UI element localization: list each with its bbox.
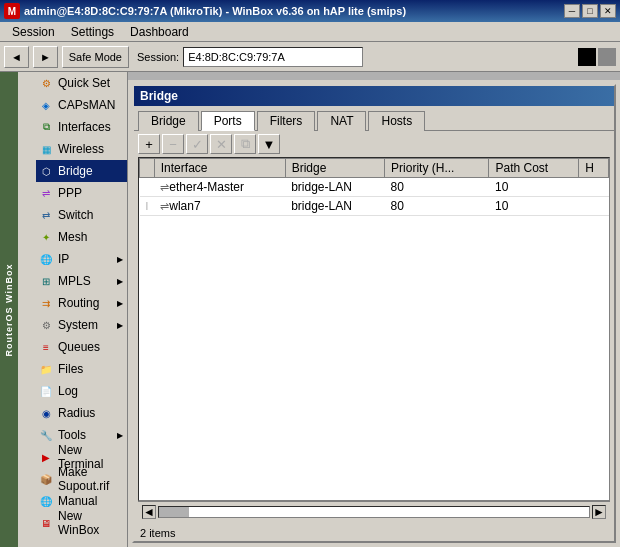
scrollbar-thumb xyxy=(159,507,189,517)
menu-dashboard[interactable]: Dashboard xyxy=(122,23,197,41)
safe-mode-button[interactable]: Safe Mode xyxy=(62,46,129,68)
sidebar-item-queues[interactable]: ≡ Queues xyxy=(36,336,127,358)
sidebar-item-log[interactable]: 📄 Log xyxy=(36,380,127,402)
sidebar-label-system: System xyxy=(58,318,98,332)
disable-button[interactable]: ✕ xyxy=(210,134,232,154)
enable-button[interactable]: ✓ xyxy=(186,134,208,154)
menu-session[interactable]: Session xyxy=(4,23,63,41)
interface-icon: ⇌ xyxy=(160,200,169,213)
sidebar-label-files: Files xyxy=(58,362,83,376)
supout-icon: 📦 xyxy=(38,471,54,487)
sidebar-label-make-supout: Make Supout.rif xyxy=(58,465,123,493)
sidebar-brand-label: RouterOS WinBox xyxy=(4,263,14,356)
menu-bar: Session Settings Dashboard xyxy=(0,22,620,42)
sidebar-label-ppp: PPP xyxy=(58,186,82,200)
tab-nat[interactable]: NAT xyxy=(317,111,366,131)
lock-icon xyxy=(598,48,616,66)
sidebar-label-log: Log xyxy=(58,384,78,398)
sidebar-item-bridge[interactable]: ⬡ Bridge xyxy=(36,160,127,182)
sidebar-item-mpls[interactable]: ⊞ MPLS ▶ xyxy=(36,270,127,292)
table-row[interactable]: ⇌ ether4-Master bridge-LAN 80 10 xyxy=(140,178,609,197)
sidebar-item-routing[interactable]: ⇉ Routing ▶ xyxy=(36,292,127,314)
sidebar-label-tools: Tools xyxy=(58,428,86,442)
sidebar-label-manual: Manual xyxy=(58,494,97,508)
sidebar-item-make-supout[interactable]: 📦 Make Supout.rif xyxy=(36,468,127,490)
sidebar-item-wireless[interactable]: ▦ Wireless xyxy=(36,138,127,160)
session-input[interactable] xyxy=(183,47,363,67)
toolbar: ◄ ► Safe Mode Session: xyxy=(0,42,620,72)
col-h[interactable]: H xyxy=(579,159,609,178)
col-interface[interactable]: Interface xyxy=(154,159,285,178)
interfaces-icon: ⧉ xyxy=(38,119,54,135)
sidebar-item-capsman[interactable]: ◈ CAPsMAN xyxy=(36,94,127,116)
sidebar-label-new-winbox: New WinBox xyxy=(58,509,123,537)
sidebar-item-new-winbox[interactable]: 🖥 New WinBox xyxy=(36,512,127,534)
row-indicator xyxy=(140,178,155,197)
horizontal-scrollbar[interactable] xyxy=(158,506,590,518)
row-interface: ⇌ wlan7 xyxy=(154,197,285,216)
row-bridge: bridge-LAN xyxy=(285,178,384,197)
sidebar-label-wireless: Wireless xyxy=(58,142,104,156)
maximize-button[interactable]: □ xyxy=(582,4,598,18)
sidebar-item-files[interactable]: 📁 Files xyxy=(36,358,127,380)
bridge-title-bar: Bridge xyxy=(134,86,614,106)
radius-icon: ◉ xyxy=(38,405,54,421)
sidebar-label-quick-set: Quick Set xyxy=(58,76,110,90)
col-priority[interactable]: Priority (H... xyxy=(385,159,489,178)
sidebar: RouterOS WinBox ⚙ Quick Set ◈ CAPsMAN ⧉ … xyxy=(0,72,128,547)
log-icon: 📄 xyxy=(38,383,54,399)
routing-arrow: ▶ xyxy=(117,299,123,308)
col-indicator xyxy=(140,159,155,178)
scroll-right-button[interactable]: ► xyxy=(592,505,606,519)
item-count: 2 items xyxy=(134,525,614,541)
sidebar-label-interfaces: Interfaces xyxy=(58,120,111,134)
window-title: admin@E4:8D:8C:C9:79:7A (MikroTik) - Win… xyxy=(24,5,406,17)
sidebar-item-radius[interactable]: ◉ Radius xyxy=(36,402,127,424)
table-toolbar: + − ✓ ✕ ⧉ ▼ xyxy=(134,130,614,157)
tab-bar: Bridge Ports Filters NAT Hosts xyxy=(134,106,614,130)
back-button[interactable]: ◄ xyxy=(4,46,29,68)
filter-button[interactable]: ▼ xyxy=(258,134,280,154)
tab-bridge[interactable]: Bridge xyxy=(138,111,199,131)
sidebar-item-ip[interactable]: 🌐 IP ▶ xyxy=(36,248,127,270)
row-bridge: bridge-LAN xyxy=(285,197,384,216)
main-layout: RouterOS WinBox ⚙ Quick Set ◈ CAPsMAN ⧉ … xyxy=(0,72,620,547)
row-h xyxy=(579,197,609,216)
menu-settings[interactable]: Settings xyxy=(63,23,122,41)
row-path-cost: 10 xyxy=(489,197,579,216)
add-button[interactable]: + xyxy=(138,134,160,154)
row-priority: 80 xyxy=(385,178,489,197)
tab-hosts[interactable]: Hosts xyxy=(368,111,425,131)
system-arrow: ▶ xyxy=(117,321,123,330)
sidebar-item-interfaces[interactable]: ⧉ Interfaces xyxy=(36,116,127,138)
interface-icon: ⇌ xyxy=(160,181,169,194)
ppp-icon: ⇌ xyxy=(38,185,54,201)
col-path-cost[interactable]: Path Cost xyxy=(489,159,579,178)
forward-button[interactable]: ► xyxy=(33,46,58,68)
tab-ports[interactable]: Ports xyxy=(201,111,255,131)
table-row[interactable]: I ⇌ wlan7 bridge-LAN 80 10 xyxy=(140,197,609,216)
minimize-button[interactable]: ─ xyxy=(564,4,580,18)
sidebar-item-switch[interactable]: ⇄ Switch xyxy=(36,204,127,226)
tab-filters[interactable]: Filters xyxy=(257,111,316,131)
screen-icon xyxy=(578,48,596,66)
scroll-left-button[interactable]: ◄ xyxy=(142,505,156,519)
bridge-title: Bridge xyxy=(140,89,178,103)
col-bridge[interactable]: Bridge xyxy=(285,159,384,178)
copy-button[interactable]: ⧉ xyxy=(234,134,256,154)
bridge-icon: ⬡ xyxy=(38,163,54,179)
close-button[interactable]: ✕ xyxy=(600,4,616,18)
tools-arrow: ▶ xyxy=(117,431,123,440)
queues-icon: ≡ xyxy=(38,339,54,355)
capsman-icon: ◈ xyxy=(38,97,54,113)
sidebar-label-bridge: Bridge xyxy=(58,164,93,178)
status-bar: ◄ ► xyxy=(138,501,610,521)
row-h xyxy=(579,178,609,197)
remove-button[interactable]: − xyxy=(162,134,184,154)
sidebar-item-ppp[interactable]: ⇌ PPP xyxy=(36,182,127,204)
routing-icon: ⇉ xyxy=(38,295,54,311)
sidebar-item-system[interactable]: ⚙ System ▶ xyxy=(36,314,127,336)
content-top-spacing xyxy=(128,72,620,80)
sidebar-item-mesh[interactable]: ✦ Mesh xyxy=(36,226,127,248)
sidebar-item-quick-set[interactable]: ⚙ Quick Set xyxy=(36,72,127,94)
